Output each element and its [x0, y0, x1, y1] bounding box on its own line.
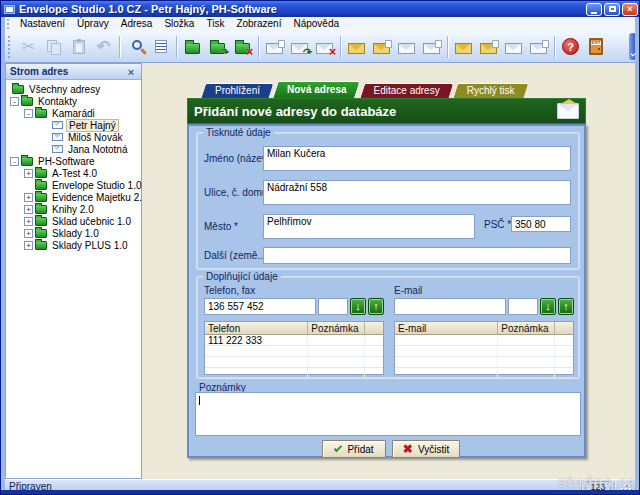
- page-title-bar: Přidání nové adresy do databáze: [187, 98, 586, 124]
- tree-item-envelope-studio[interactable]: Envelope Studio 1.0: [6, 179, 141, 191]
- menu-zobrazeni[interactable]: Zobrazení: [230, 17, 287, 31]
- tree-item-sklady[interactable]: +Sklady 1.0: [6, 227, 141, 239]
- expand-expander[interactable]: +: [24, 193, 33, 202]
- toolbar-grip[interactable]: [8, 36, 12, 58]
- print-all-envelope-sheet-button[interactable]: [476, 34, 501, 60]
- copy-button[interactable]: [41, 34, 66, 60]
- delete-address-button[interactable]: ×: [312, 34, 337, 60]
- print-all-envelope-button[interactable]: [451, 34, 476, 60]
- phone-table[interactable]: Telefon Poznámka 111 222 333: [204, 321, 384, 375]
- collapse-expander[interactable]: -: [10, 157, 19, 166]
- expand-expander[interactable]: +: [24, 205, 33, 214]
- undo-button[interactable]: [91, 34, 116, 60]
- tree-item-ph-software[interactable]: -PH-Software: [6, 155, 141, 167]
- expand-expander[interactable]: +: [24, 241, 33, 250]
- arrow-down-icon: ↓: [545, 300, 551, 312]
- collapse-expander[interactable]: -: [24, 109, 33, 118]
- help-button[interactable]: ?: [558, 34, 583, 60]
- tree-item-petr-hajny[interactable]: Petr Hajný: [6, 119, 141, 131]
- group-printed-data: Tisknuté údaje Jméno (název) * Milan Kuč…: [196, 132, 580, 270]
- open-address-button[interactable]: [262, 34, 287, 60]
- tree-item-sklady-plus[interactable]: +Sklady PLUS 1.0: [6, 239, 141, 251]
- tree-item-knihy[interactable]: +Knihy 2.0: [6, 203, 141, 215]
- tree-item-jana-nototna[interactable]: Jana Nototná: [6, 143, 141, 155]
- title-bar[interactable]: Envelope Studio 1.0 CZ - Petr Hajný, PH-…: [1, 1, 640, 17]
- menu-bar: Nastavení Úpravy Adresa Složka Tisk Zobr…: [5, 17, 637, 31]
- folder-edit-icon: ↷: [210, 43, 225, 54]
- print-blank-button[interactable]: [394, 34, 419, 60]
- tab-nova-adresa[interactable]: Nová adresa: [275, 81, 358, 98]
- new-folder-button[interactable]: [180, 34, 205, 60]
- expand-expander[interactable]: +: [24, 169, 33, 178]
- tree-item-kontakty[interactable]: -Kontakty: [6, 95, 141, 107]
- phone-add-button[interactable]: ↓: [350, 298, 366, 315]
- maximize-button[interactable]: [604, 3, 620, 16]
- cut-button[interactable]: [16, 34, 41, 60]
- print-envelope-sheet-button[interactable]: [369, 34, 394, 60]
- notes-field[interactable]: [195, 392, 581, 436]
- folder-icon: [35, 241, 47, 250]
- email-add-button[interactable]: ↓: [540, 298, 556, 315]
- paste-button[interactable]: [66, 34, 91, 60]
- folder-icon: [12, 85, 24, 94]
- tab-prohlizeni[interactable]: Prohlížení: [203, 83, 272, 98]
- expand-expander[interactable]: +: [24, 217, 33, 226]
- tree-item-kamaradi[interactable]: -Kamarádi: [6, 107, 141, 119]
- print-all-blank-button[interactable]: [501, 34, 526, 60]
- tree-item-milos-novak[interactable]: Miloš Novák: [6, 131, 141, 143]
- menu-adresa[interactable]: Adresa: [115, 17, 159, 31]
- zip-field[interactable]: [511, 216, 571, 232]
- name-field[interactable]: Milan Kučera: [263, 146, 571, 171]
- city-field[interactable]: Pelhřimov: [263, 214, 475, 239]
- street-field[interactable]: Nádražní 558: [263, 180, 571, 205]
- other-field[interactable]: [263, 247, 571, 264]
- folder-icon: [35, 229, 47, 238]
- arrow-up-icon: ↑: [563, 300, 569, 312]
- menu-grip[interactable]: [7, 19, 10, 29]
- clear-button[interactable]: ✖ Vyčistit: [392, 440, 460, 458]
- menu-nastaveni[interactable]: Nastavení: [14, 17, 71, 31]
- expand-expander[interactable]: +: [24, 229, 33, 238]
- copy-icon: [47, 40, 60, 53]
- email-table[interactable]: E-mail Poznámka: [394, 321, 574, 375]
- window-title: Envelope Studio 1.0 CZ - Petr Hajný, PH-…: [19, 3, 586, 15]
- menu-slozka[interactable]: Složka: [158, 17, 200, 31]
- menu-napoveda[interactable]: Nápověda: [287, 17, 345, 31]
- save-address-button[interactable]: ↷: [287, 34, 312, 60]
- city-label: Město *: [204, 221, 238, 232]
- phone-note-input[interactable]: [318, 298, 348, 315]
- tree-item-a-test[interactable]: +A-Test 4.0: [6, 167, 141, 179]
- print-envelope-button[interactable]: [344, 34, 369, 60]
- new-address-form: Tisknuté údaje Jméno (název) * Milan Kuč…: [187, 124, 586, 458]
- menu-tisk[interactable]: Tisk: [200, 17, 230, 31]
- print-blank-sheet-button[interactable]: [419, 34, 444, 60]
- phone-input[interactable]: [204, 298, 316, 315]
- email-note-input[interactable]: [508, 298, 538, 315]
- tab-rychly-tisk[interactable]: Rychlý tisk: [455, 83, 527, 98]
- print-all-blank-sheet-button[interactable]: [526, 34, 551, 60]
- tree-item-vsechny-adresy[interactable]: Všechny adresy: [6, 83, 141, 95]
- main-area: Prohlížení Nová adresa Editace adresy Ry…: [142, 63, 637, 479]
- close-button[interactable]: ×: [622, 3, 638, 16]
- minimize-button[interactable]: [586, 3, 602, 16]
- list-view-button[interactable]: [148, 34, 173, 60]
- menu-upravy[interactable]: Úpravy: [71, 17, 115, 31]
- search-button[interactable]: [123, 34, 148, 60]
- add-button[interactable]: Přidat: [322, 440, 386, 458]
- email-remove-button[interactable]: ↑: [558, 298, 574, 315]
- phone-remove-button[interactable]: ↑: [368, 298, 384, 315]
- tree-item-sklad-ucebnic[interactable]: +Sklad učebnic 1.0: [6, 215, 141, 227]
- group-printed-legend: Tisknuté údaje: [203, 127, 274, 138]
- tree-item-evidence-majetku[interactable]: +Evidence Majetku 2.0: [6, 191, 141, 203]
- phone-table-row[interactable]: 111 222 333: [205, 335, 383, 346]
- tab-editace-adresy[interactable]: Editace adresy: [362, 83, 452, 98]
- arrow-up-icon: ↑: [373, 300, 379, 312]
- delete-folder-button[interactable]: ×: [230, 34, 255, 60]
- collapse-expander[interactable]: -: [10, 97, 19, 106]
- email-input[interactable]: [394, 298, 506, 315]
- exit-button[interactable]: [583, 34, 608, 60]
- edit-folder-button[interactable]: ↷: [205, 34, 230, 60]
- cut-icon: [22, 37, 35, 56]
- tree-close-icon[interactable]: ×: [125, 66, 137, 78]
- email-label: E-mail: [394, 285, 422, 296]
